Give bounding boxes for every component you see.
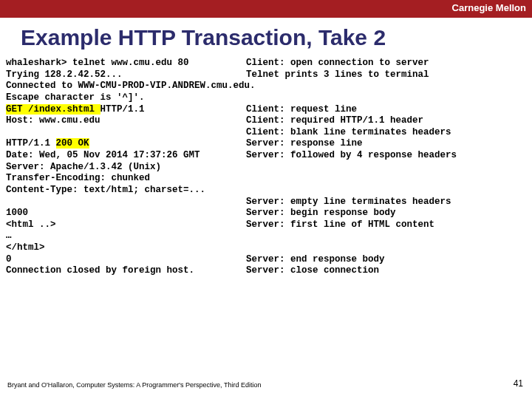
highlight: GET /index.shtml bbox=[6, 104, 100, 115]
annotation: Client: blank line terminates headers bbox=[246, 127, 532, 139]
code-block: whaleshark> telnet www.cmu.edu 80 Client… bbox=[6, 58, 532, 277]
term-line: Content-Type: text/html; charset=... bbox=[6, 185, 246, 197]
page-number: 41 bbox=[514, 378, 523, 389]
highlight: 200 OK bbox=[56, 138, 89, 149]
annotation: Server: end response body bbox=[246, 254, 532, 266]
footer-citation: Bryant and O'Hallaron, Computer Systems:… bbox=[7, 381, 525, 389]
annotation: Server: begin response body bbox=[246, 208, 532, 219]
annotation: Client: open connection to server bbox=[246, 58, 532, 69]
term-line: Connected to WWW-CMU-PROD-VIP.ANDREW.cmu… bbox=[6, 81, 256, 92]
slide-title: Example HTTP Transaction, Take 2 bbox=[21, 25, 532, 50]
term-line: Escape character is '^]'. bbox=[6, 92, 246, 104]
term-line: <html ..> bbox=[6, 219, 246, 231]
term-line: Host: www.cmu.edu bbox=[6, 115, 246, 127]
term-line: 0 bbox=[6, 254, 246, 266]
term-line: Server: Apache/1.3.42 (Unix) bbox=[6, 162, 246, 174]
header-bar: Carnegie Mellon bbox=[0, 0, 532, 18]
term-line: Connection closed by foreign host. bbox=[6, 265, 246, 277]
term-line: Trying 128.2.42.52... bbox=[6, 69, 246, 81]
annotation: Server: followed by 4 response headers bbox=[246, 150, 532, 162]
term-line: Date: Wed, 05 Nov 2014 17:37:26 GMT bbox=[6, 150, 246, 162]
term-line: whaleshark> telnet www.cmu.edu 80 bbox=[6, 58, 246, 69]
term-line: Transfer-Encoding: chunked bbox=[6, 173, 246, 185]
term-line bbox=[6, 127, 246, 139]
annotation: Client: required HTTP/1.1 header bbox=[246, 115, 532, 127]
annotation: Server: response line bbox=[246, 138, 532, 150]
term-line: GET /index.shtml HTTP/1.1 bbox=[6, 104, 246, 116]
term-line: 1000 bbox=[6, 208, 246, 219]
term-line: </html> bbox=[6, 242, 246, 254]
annotation: Server: close connection bbox=[246, 265, 532, 277]
term-line: HTTP/1.1 200 OK bbox=[6, 138, 246, 150]
term-line: … bbox=[6, 231, 246, 242]
annotation: Server: empty line terminates headers bbox=[246, 197, 532, 208]
annotation: Telnet prints 3 lines to terminal bbox=[246, 69, 532, 81]
annotation: Client: request line bbox=[246, 104, 532, 116]
annotation: Server: first line of HTML content bbox=[246, 219, 532, 231]
university-label: Carnegie Mellon bbox=[452, 2, 526, 13]
term-line bbox=[6, 197, 246, 208]
